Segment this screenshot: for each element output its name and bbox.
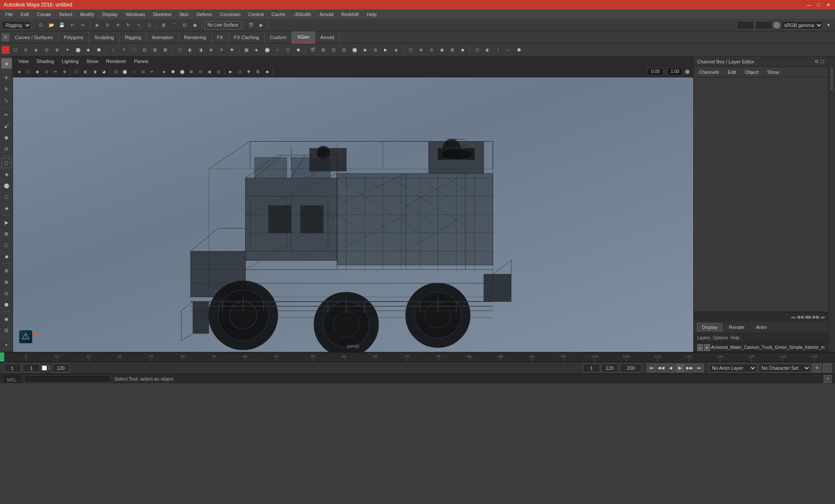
vp-isolate-btn[interactable]: ◈ bbox=[160, 67, 168, 76]
extra-btn-4[interactable]: ◉ bbox=[1, 314, 12, 324]
range-start-input[interactable] bbox=[583, 364, 600, 372]
close-button[interactable]: ✕ bbox=[825, 1, 832, 8]
vp-icon-12[interactable]: ▶ bbox=[226, 67, 235, 76]
vp-menu-panels[interactable]: Panels bbox=[130, 58, 152, 65]
tab-toggle-btn[interactable]: ≡ bbox=[2, 33, 10, 41]
vp-frame-all-btn[interactable]: ⬤ bbox=[120, 67, 129, 76]
icon-btn-2[interactable]: ⬡ bbox=[10, 45, 20, 55]
vp-icon-9[interactable]: ⊙ bbox=[196, 67, 205, 76]
display-type-4[interactable]: ⬡ bbox=[1, 192, 12, 202]
icon-btn-34[interactable]: ◉ bbox=[360, 45, 370, 55]
select-tool[interactable]: ◈ bbox=[1, 58, 12, 69]
color-space-selector[interactable]: sRGB gamma bbox=[781, 21, 823, 30]
icon-btn-8[interactable]: ⬤ bbox=[73, 45, 83, 55]
live-surface-btn[interactable]: No Live Surface bbox=[204, 21, 241, 30]
vp-icon-6[interactable]: ⬢ bbox=[169, 67, 177, 76]
extra-btn-2[interactable]: ⊙ bbox=[1, 288, 12, 298]
open-scene-btn[interactable]: 📂 bbox=[47, 20, 56, 30]
vp-icon-1[interactable]: ⬡ bbox=[24, 67, 33, 76]
layer-nav-back2[interactable]: ◀◀ bbox=[796, 314, 803, 320]
vp-shaded-btn[interactable]: ◐ bbox=[81, 67, 90, 76]
range-end-input[interactable] bbox=[601, 364, 618, 372]
icon-btn-29[interactable]: 🎬 bbox=[308, 45, 317, 55]
minimize-button[interactable]: — bbox=[805, 1, 812, 8]
xgen-tool-3[interactable]: ◆ bbox=[1, 251, 12, 262]
icon-btn-17[interactable]: ⬡ bbox=[175, 45, 184, 55]
display-type-1[interactable]: ⬡ bbox=[1, 158, 12, 168]
icon-btn-35[interactable]: ◎ bbox=[371, 45, 380, 55]
channel-box-dock-btn[interactable]: ⬡ bbox=[820, 59, 825, 64]
icon-btn-15[interactable]: ⊞ bbox=[150, 45, 160, 55]
anim-settings-btn[interactable]: ⚙ bbox=[812, 364, 821, 372]
vp-icon-11[interactable]: ◎ bbox=[214, 67, 223, 76]
value1-input[interactable]: 0.00 bbox=[737, 21, 754, 30]
help-btn[interactable]: Help bbox=[730, 335, 739, 340]
play-forward-btn[interactable]: ▶ bbox=[676, 364, 685, 372]
icon-btn-28[interactable]: ⏺ bbox=[294, 45, 303, 55]
status-help-btn[interactable]: ? bbox=[824, 375, 832, 383]
icon-btn-44[interactable]: ⬡ bbox=[472, 45, 482, 55]
icon-btn-42[interactable]: ⊞ bbox=[448, 45, 457, 55]
vp-menu-show[interactable]: Show bbox=[83, 58, 102, 65]
icon-btn-12[interactable]: ↗ bbox=[119, 45, 128, 55]
icon-btn-41[interactable]: ◉ bbox=[437, 45, 447, 55]
channel-tab-edit[interactable]: Edit bbox=[726, 69, 738, 76]
step-forward-btn[interactable]: ▶▶ bbox=[685, 364, 694, 372]
move-tool-btn[interactable]: ✛ bbox=[113, 20, 123, 30]
new-scene-btn[interactable]: 🗋 bbox=[36, 20, 46, 30]
3d-viewport[interactable]: persp X Y Z bbox=[13, 77, 693, 352]
xgen-tool-2[interactable]: ⬡ bbox=[1, 240, 12, 250]
icon-btn-46[interactable]: ↕ bbox=[493, 45, 503, 55]
maximize-button[interactable]: □ bbox=[815, 1, 822, 8]
channel-tab-show[interactable]: Show bbox=[765, 69, 781, 76]
icon-btn-21[interactable]: ✕ bbox=[217, 45, 226, 55]
character-set-select[interactable]: No Character Set bbox=[758, 364, 811, 372]
redo-btn[interactable]: ↪ bbox=[78, 20, 87, 30]
layer-visibility-btn[interactable]: V bbox=[697, 344, 703, 351]
menu-create[interactable]: Create bbox=[33, 11, 55, 18]
move-tool[interactable]: ✛ bbox=[1, 73, 12, 83]
layer-nav-fwd3[interactable]: ⏭ bbox=[821, 315, 825, 320]
vp-textured-btn[interactable]: ◑ bbox=[90, 67, 99, 76]
icon-btn-14[interactable]: ⊟ bbox=[140, 45, 149, 55]
menu-windows[interactable]: Windows bbox=[122, 11, 149, 18]
vp-menu-view[interactable]: View bbox=[15, 58, 32, 65]
menu-cache[interactable]: Cache bbox=[268, 11, 289, 18]
tab-custom[interactable]: Custom bbox=[265, 31, 292, 43]
rotate-tool-btn[interactable]: ↻ bbox=[124, 20, 133, 30]
vp-float2-input[interactable] bbox=[667, 68, 683, 76]
menu-arnold[interactable]: Arnold bbox=[316, 11, 337, 18]
vp-frame-sel2-btn[interactable]: ⊡ bbox=[139, 67, 147, 76]
vp-menu-renderer[interactable]: Renderer bbox=[103, 58, 130, 65]
mel-label[interactable]: MEL bbox=[3, 375, 20, 383]
menu-3dtall[interactable]: -3DtoAll- bbox=[290, 11, 315, 18]
icon-btn-16[interactable]: ⊠ bbox=[160, 45, 170, 55]
snap-curve-btn[interactable]: ⌒ bbox=[169, 20, 179, 30]
color-swatch[interactable] bbox=[773, 22, 780, 29]
icon-btn-9[interactable]: ◆ bbox=[84, 45, 93, 55]
layer-nav-fwd2[interactable]: ▶▶ bbox=[813, 314, 820, 320]
snap-surface-btn[interactable]: ◉ bbox=[190, 20, 200, 30]
icon-btn-7[interactable]: ✦ bbox=[63, 45, 72, 55]
layer-nav-back1[interactable]: ⏮ bbox=[791, 315, 795, 320]
snap-grid-btn[interactable]: ⊞ bbox=[159, 20, 168, 30]
vp-icon-13[interactable]: ⬡ bbox=[235, 67, 244, 76]
render-btn[interactable]: ▶ bbox=[1, 217, 12, 228]
menu-display[interactable]: Display bbox=[99, 11, 121, 18]
extra-btn-1[interactable]: ⊕ bbox=[1, 277, 12, 287]
current-frame-input[interactable] bbox=[23, 364, 40, 372]
brush-tool[interactable]: 🖌 bbox=[1, 121, 12, 131]
vp-icon-10[interactable]: ◉ bbox=[205, 67, 214, 76]
icon-btn-19[interactable]: ◑ bbox=[196, 45, 205, 55]
icon-btn-18[interactable]: ◐ bbox=[185, 45, 195, 55]
cb-tab-display[interactable]: Display bbox=[697, 323, 722, 331]
cb-tab-anim[interactable]: Anim bbox=[751, 323, 772, 331]
ipr-btn[interactable]: ▶ bbox=[257, 20, 266, 30]
icon-btn-23[interactable]: ▦ bbox=[241, 45, 251, 55]
menu-control[interactable]: Control bbox=[245, 11, 267, 18]
vp-icon-8[interactable]: ⊕ bbox=[187, 67, 196, 76]
tab-rendering[interactable]: Rendering bbox=[179, 31, 212, 43]
menu-file[interactable]: File bbox=[2, 11, 17, 18]
play-back-btn[interactable]: ◀ bbox=[666, 364, 675, 372]
tab-sculpting[interactable]: Sculpting bbox=[89, 31, 120, 43]
